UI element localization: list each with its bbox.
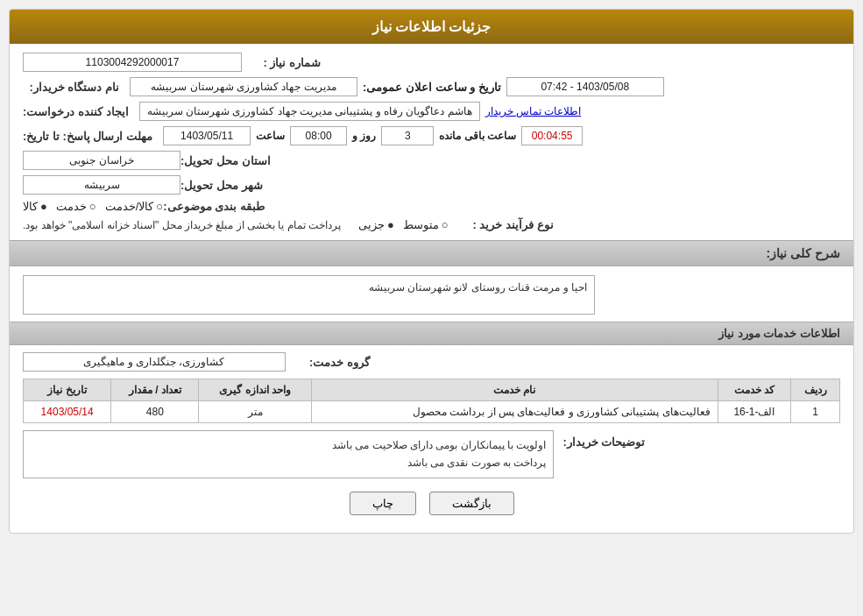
category-kala-khadamat-option[interactable]: ○ کالا/خدمت xyxy=(105,200,163,213)
countdown-value: 00:04:55 xyxy=(521,126,583,145)
countdown-label: ساعت باقی مانده xyxy=(439,130,516,142)
need-desc-value: احیا و مرمت قنات روستای لانو شهرستان سرب… xyxy=(23,275,595,315)
col-header-quantity: تعداد / مقدار xyxy=(111,379,199,401)
radio-selected-icon: ● xyxy=(40,200,47,213)
category-kala-option[interactable]: ● کالا xyxy=(23,200,47,213)
col-header-service-code: کد خدمت xyxy=(718,379,790,401)
purchase-motawaset-label: متوسط xyxy=(403,218,439,231)
buyer-org-label: نام دستگاه خریدار: xyxy=(23,81,119,94)
service-info-label: اطلاعات خدمات مورد نیاز xyxy=(718,327,840,340)
purchase-type-radio-group: ○ متوسط ● جزیی xyxy=(358,218,449,231)
radio-unselected-icon: ○ xyxy=(156,200,163,213)
purchase-type-desc: پرداخت تمام یا بخشی از مبلغ خریداز محل "… xyxy=(23,219,341,231)
submit-days-value: 3 xyxy=(381,126,434,145)
radio-jozyi-icon: ● xyxy=(387,218,394,231)
radio-motawaset-icon: ○ xyxy=(442,218,449,231)
purchase-jozyi-option[interactable]: ● جزیی xyxy=(358,218,394,231)
col-header-row-num: ردیف xyxy=(791,379,840,401)
requester-row: اطلاعات تماس خریدار هاشم دعاگویان رفاه و… xyxy=(23,102,840,121)
need-number-value: 1103004292000017 xyxy=(23,53,242,72)
contact-link[interactable]: اطلاعات تماس خریدار xyxy=(485,105,582,117)
category-kala-khadamat-label: کالا/خدمت xyxy=(105,200,154,213)
col-header-service-name: نام خدمت xyxy=(311,379,718,401)
city-label: شهر محل تحویل: xyxy=(180,179,263,192)
announce-row: 1403/05/08 - 07:42 تاریخ و ساعت اعلان عم… xyxy=(23,77,840,96)
service-group-row: گروه خدمت: کشاورزی، جنگلداری و ماهیگیری xyxy=(23,352,840,372)
purchase-type-row: نوع فرآیند خرید : ○ متوسط ● جزیی پرداخت … xyxy=(23,218,840,231)
province-value: خراسان جنوبی xyxy=(23,151,180,170)
purchase-jozyi-label: جزیی xyxy=(358,218,385,231)
announce-datetime-label: تاریخ و ساعت اعلان عمومی: xyxy=(363,81,501,94)
table-row: 1 الف-1-16 فعالیت‌های پشتیبانی کشاورزی و… xyxy=(24,401,840,423)
buyer-desc-value: اولویت با پیمانکاران بومی دارای صلاحیت م… xyxy=(23,430,554,478)
category-khadamat-label: خدمت xyxy=(56,200,87,213)
submit-time-value: 08:00 xyxy=(290,126,347,145)
cell-quantity: 480 xyxy=(111,401,199,423)
service-info-header: اطلاعات خدمات مورد نیاز xyxy=(10,322,853,345)
submit-days-label: روز و xyxy=(352,130,376,142)
submit-date-value: 1403/05/11 xyxy=(163,126,251,145)
cell-unit: متر xyxy=(199,401,311,423)
announce-datetime-value: 1403/05/08 - 07:42 xyxy=(506,77,664,96)
print-button[interactable]: چاپ xyxy=(350,492,416,515)
province-row: استان محل تحویل: خراسان جنوبی xyxy=(23,151,840,170)
main-container: جزئیات اطلاعات نیاز شماره نیاز : 1103004… xyxy=(9,9,854,534)
category-radio-group: ○ کالا/خدمت ○ خدمت ● کالا xyxy=(23,200,163,213)
requester-value: هاشم دعاگویان رفاه و پشتیبانی مدیریت جها… xyxy=(139,102,480,121)
service-group-value: کشاورزی، جنگلداری و ماهیگیری xyxy=(23,352,286,372)
city-value: سربیشه xyxy=(23,175,180,195)
need-desc-row: احیا و مرمت قنات روستای لانو شهرستان سرب… xyxy=(23,275,840,315)
province-label: استان محل تحویل: xyxy=(180,154,271,167)
submit-deadline-row: 00:04:55 ساعت باقی مانده 3 روز و 08:00 س… xyxy=(23,126,840,145)
service-table: ردیف کد خدمت نام خدمت واحد اندازه گیری ت… xyxy=(23,379,840,423)
need-desc-section-header: شرح کلی نیاز: xyxy=(10,240,853,266)
radio-unselected-icon2: ○ xyxy=(89,200,96,213)
cell-service-code: الف-1-16 xyxy=(718,401,790,423)
submit-time-label: ساعت xyxy=(256,130,285,142)
category-row: طبقه بندی موضوعی: ○ کالا/خدمت ○ خدمت ● ک… xyxy=(23,200,840,213)
purchase-type-label: نوع فرآیند خرید : xyxy=(457,218,554,231)
need-number-label: شماره نیاز : xyxy=(242,56,321,69)
cell-date: 1403/05/14 xyxy=(24,401,111,423)
submit-deadline-label: مهلت ارسال پاسخ: تا تاریخ: xyxy=(23,130,152,143)
cell-service-name: فعالیت‌های پشتیبانی کشاورزی و فعالیت‌های… xyxy=(311,401,718,423)
need-number-row: شماره نیاز : 1103004292000017 xyxy=(23,53,840,72)
purchase-motawaset-option[interactable]: ○ متوسط xyxy=(403,218,449,231)
col-header-date: تاریخ نیاز xyxy=(24,379,111,401)
back-button[interactable]: بازگشت xyxy=(429,492,514,515)
buttons-row: بازگشت چاپ xyxy=(23,492,840,515)
category-label: طبقه بندی موضوعی: xyxy=(163,200,265,213)
city-row: شهر محل تحویل: سربیشه xyxy=(23,175,840,195)
requester-label: ایجاد کننده درخواست: xyxy=(23,105,129,118)
page-header: جزئیات اطلاعات نیاز xyxy=(10,10,853,44)
category-kala-label: کالا xyxy=(23,200,38,213)
service-group-label: گروه خدمت: xyxy=(291,356,370,369)
category-khadamat-option[interactable]: ○ خدمت xyxy=(56,200,96,213)
col-header-unit: واحد اندازه گیری xyxy=(199,379,311,401)
buyer-desc-label: توضیحات خریدار: xyxy=(562,435,645,449)
cell-row-num: 1 xyxy=(791,401,840,423)
page-title: جزئیات اطلاعات نیاز xyxy=(372,19,492,34)
need-desc-label: شرح کلی نیاز: xyxy=(767,246,840,260)
buyer-org-value: مدیریت جهاد کشاورزی شهرستان سربیشه xyxy=(130,77,357,96)
buyer-desc-row: توضیحات خریدار: اولویت با پیمانکاران بوم… xyxy=(23,430,840,478)
